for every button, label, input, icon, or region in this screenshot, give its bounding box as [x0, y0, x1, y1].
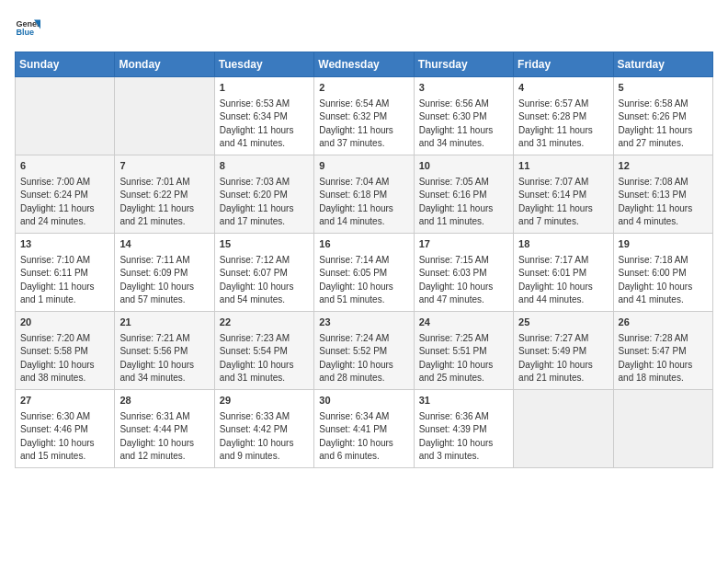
day-number: 27 [20, 394, 109, 408]
calendar-cell: 1Sunrise: 6:53 AMSunset: 6:34 PMDaylight… [214, 77, 313, 155]
calendar-week-row: 1Sunrise: 6:53 AMSunset: 6:34 PMDaylight… [16, 77, 713, 155]
calendar-cell: 2Sunrise: 6:54 AMSunset: 6:32 PMDaylight… [314, 77, 414, 155]
day-of-week-header: Monday [115, 52, 214, 77]
daylight-line: Daylight: 11 hours and 24 minutes. [20, 203, 95, 227]
daylight-line: Daylight: 10 hours and 38 minutes. [20, 360, 95, 384]
day-number: 24 [419, 316, 508, 330]
calendar-cell: 15Sunrise: 7:12 AMSunset: 6:07 PMDayligh… [214, 233, 313, 311]
day-number: 9 [319, 159, 408, 174]
day-number: 21 [119, 316, 209, 330]
daylight-line: Daylight: 11 hours and 4 minutes. [619, 203, 693, 227]
daylight-line: Daylight: 10 hours and 31 minutes. [220, 360, 294, 384]
day-number: 30 [319, 394, 408, 408]
day-number: 20 [20, 316, 109, 330]
calendar-cell [115, 77, 214, 155]
sunset-line: Sunset: 6:34 PM [220, 111, 288, 121]
calendar-cell: 14Sunrise: 7:11 AMSunset: 6:09 PMDayligh… [115, 233, 214, 311]
sunset-line: Sunset: 6:18 PM [319, 190, 387, 200]
sunrise-line: Sunrise: 7:07 AM [518, 177, 588, 187]
daylight-line: Daylight: 10 hours and 51 minutes. [319, 282, 393, 305]
sunrise-line: Sunrise: 6:56 AM [419, 98, 489, 109]
day-number: 29 [220, 394, 309, 408]
sunset-line: Sunset: 6:28 PM [518, 111, 586, 121]
calendar-week-row: 27Sunrise: 6:30 AMSunset: 4:46 PMDayligh… [16, 389, 713, 467]
sunrise-line: Sunrise: 7:15 AM [419, 255, 489, 265]
calendar-cell: 21Sunrise: 7:21 AMSunset: 5:56 PMDayligh… [115, 311, 214, 389]
calendar-cell: 29Sunrise: 6:33 AMSunset: 4:42 PMDayligh… [214, 389, 313, 467]
calendar-cell: 28Sunrise: 6:31 AMSunset: 4:44 PMDayligh… [115, 389, 214, 467]
calendar-cell: 24Sunrise: 7:25 AMSunset: 5:51 PMDayligh… [414, 311, 513, 389]
sunrise-line: Sunrise: 7:10 AM [20, 255, 90, 265]
calendar-cell: 22Sunrise: 7:23 AMSunset: 5:54 PMDayligh… [214, 311, 313, 389]
sunrise-line: Sunrise: 7:27 AM [518, 333, 588, 343]
daylight-line: Daylight: 10 hours and 57 minutes. [119, 282, 194, 305]
sunrise-line: Sunrise: 7:00 AM [20, 177, 90, 187]
calendar-cell: 4Sunrise: 6:57 AMSunset: 6:28 PMDaylight… [514, 77, 613, 155]
sunset-line: Sunset: 4:39 PM [419, 424, 487, 434]
daylight-line: Daylight: 11 hours and 37 minutes. [319, 125, 393, 149]
day-of-week-header: Wednesday [314, 52, 414, 77]
daylight-line: Daylight: 10 hours and 54 minutes. [220, 282, 294, 305]
calendar-week-row: 13Sunrise: 7:10 AMSunset: 6:11 PMDayligh… [16, 233, 713, 311]
day-number: 22 [220, 316, 309, 330]
daylight-line: Daylight: 11 hours and 21 minutes. [119, 203, 194, 227]
calendar-cell: 12Sunrise: 7:08 AMSunset: 6:13 PMDayligh… [613, 155, 712, 233]
day-number: 17 [419, 237, 508, 252]
daylight-line: Daylight: 10 hours and 3 minutes. [419, 438, 494, 462]
calendar-cell: 18Sunrise: 7:17 AMSunset: 6:01 PMDayligh… [514, 233, 613, 311]
calendar-cell: 31Sunrise: 6:36 AMSunset: 4:39 PMDayligh… [414, 389, 513, 467]
daylight-line: Daylight: 10 hours and 18 minutes. [619, 360, 693, 384]
sunset-line: Sunset: 6:20 PM [220, 190, 288, 200]
calendar-cell [16, 77, 115, 155]
calendar-cell: 25Sunrise: 7:27 AMSunset: 5:49 PMDayligh… [514, 311, 613, 389]
sunrise-line: Sunrise: 7:14 AM [319, 255, 389, 265]
sunrise-line: Sunrise: 7:12 AM [220, 255, 290, 265]
calendar-cell: 9Sunrise: 7:04 AMSunset: 6:18 PMDaylight… [314, 155, 414, 233]
calendar-cell: 30Sunrise: 6:34 AMSunset: 4:41 PMDayligh… [314, 389, 414, 467]
sunset-line: Sunset: 4:44 PM [119, 424, 188, 434]
calendar-cell: 16Sunrise: 7:14 AMSunset: 6:05 PMDayligh… [314, 233, 414, 311]
page-header: General Blue [15, 15, 713, 40]
sunrise-line: Sunrise: 7:11 AM [119, 255, 189, 265]
daylight-line: Daylight: 10 hours and 21 minutes. [518, 360, 593, 384]
sunrise-line: Sunrise: 7:08 AM [619, 177, 688, 187]
day-number: 2 [319, 81, 408, 96]
sunrise-line: Sunrise: 7:04 AM [319, 177, 389, 187]
sunset-line: Sunset: 6:01 PM [518, 268, 586, 278]
sunrise-line: Sunrise: 7:03 AM [220, 177, 290, 187]
sunset-line: Sunset: 6:32 PM [319, 111, 387, 121]
sunset-line: Sunset: 5:52 PM [319, 346, 387, 356]
day-number: 16 [319, 237, 408, 252]
day-number: 1 [220, 81, 309, 96]
day-number: 6 [20, 159, 109, 174]
daylight-line: Daylight: 10 hours and 34 minutes. [119, 360, 194, 384]
calendar-cell: 3Sunrise: 6:56 AMSunset: 6:30 PMDaylight… [414, 77, 513, 155]
calendar-week-row: 6Sunrise: 7:00 AMSunset: 6:24 PMDaylight… [16, 155, 713, 233]
calendar-cell: 26Sunrise: 7:28 AMSunset: 5:47 PMDayligh… [613, 311, 712, 389]
svg-text:Blue: Blue [16, 28, 34, 37]
sunset-line: Sunset: 6:03 PM [419, 268, 487, 278]
sunrise-line: Sunrise: 6:53 AM [220, 98, 290, 109]
daylight-line: Daylight: 11 hours and 7 minutes. [518, 203, 593, 227]
calendar-cell [613, 389, 712, 467]
daylight-line: Daylight: 11 hours and 11 minutes. [419, 203, 494, 227]
sunset-line: Sunset: 4:41 PM [319, 424, 387, 434]
day-number: 19 [619, 237, 708, 252]
sunrise-line: Sunrise: 7:23 AM [220, 333, 290, 343]
sunrise-line: Sunrise: 7:25 AM [419, 333, 489, 343]
daylight-line: Daylight: 10 hours and 6 minutes. [319, 438, 393, 462]
daylight-line: Daylight: 11 hours and 41 minutes. [220, 125, 294, 149]
sunrise-line: Sunrise: 7:28 AM [619, 333, 688, 343]
sunset-line: Sunset: 5:47 PM [619, 346, 687, 356]
sunset-line: Sunset: 6:30 PM [419, 111, 487, 121]
calendar-cell: 20Sunrise: 7:20 AMSunset: 5:58 PMDayligh… [16, 311, 115, 389]
sunset-line: Sunset: 6:05 PM [319, 268, 387, 278]
sunrise-line: Sunrise: 7:17 AM [518, 255, 588, 265]
daylight-line: Daylight: 10 hours and 25 minutes. [419, 360, 494, 384]
daylight-line: Daylight: 11 hours and 31 minutes. [518, 125, 593, 149]
day-number: 14 [119, 237, 209, 252]
calendar-week-row: 20Sunrise: 7:20 AMSunset: 5:58 PMDayligh… [16, 311, 713, 389]
calendar-cell: 19Sunrise: 7:18 AMSunset: 6:00 PMDayligh… [613, 233, 712, 311]
sunset-line: Sunset: 6:22 PM [119, 190, 188, 200]
daylight-line: Daylight: 11 hours and 27 minutes. [619, 125, 693, 149]
